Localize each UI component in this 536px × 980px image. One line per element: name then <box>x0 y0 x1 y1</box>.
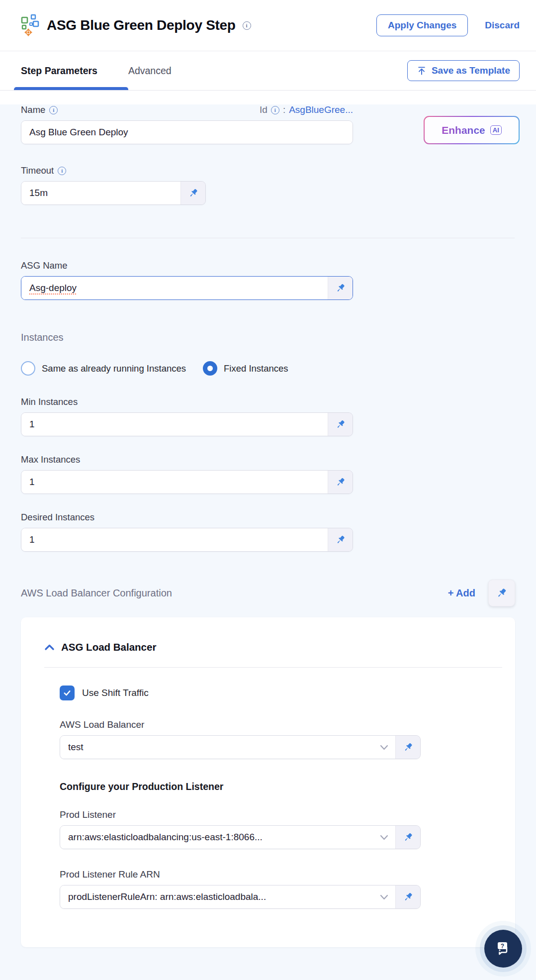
max-instances-input[interactable] <box>21 471 328 493</box>
prod-listener-label: Prod Listener <box>60 809 502 820</box>
discard-button[interactable]: Discard <box>485 20 520 31</box>
desired-instances-label: Desired Instances <box>21 512 536 523</box>
ai-badge: AI <box>490 125 502 135</box>
tab-bar: Step Parameters Advanced Save as Templat… <box>0 51 536 91</box>
tab-step-parameters[interactable]: Step Parameters <box>21 51 97 90</box>
timeout-label-group: Timeout i <box>21 165 536 176</box>
radio-same-as-running[interactable]: Same as already running Instances <box>21 361 186 376</box>
prod-listener-pin-button[interactable] <box>395 826 420 849</box>
step-config-header: ASG Blue Green Deploy Step i Apply Chang… <box>0 0 536 51</box>
step-parameters-panel: Enhance AI Name i Id i : AsgBlueGree... … <box>0 104 536 980</box>
id-info-icon[interactable]: i <box>271 106 279 114</box>
asg-blue-green-step-icon <box>21 14 40 37</box>
card-divider <box>44 667 502 668</box>
name-input[interactable] <box>21 121 353 144</box>
prod-listener-rule-select[interactable]: prodListenerRuleArn: arn:aws:elasticload… <box>60 885 395 908</box>
radio-fixed-instances[interactable]: Fixed Instances <box>203 361 288 376</box>
id-label: Id <box>260 104 268 115</box>
asg-load-balancer-collapse-toggle[interactable]: ASG Load Balancer <box>44 641 502 653</box>
min-instances-input[interactable] <box>21 413 328 436</box>
add-load-balancer-button[interactable]: + Add <box>448 588 475 599</box>
enhance-label: Enhance <box>442 124 485 136</box>
tab-advanced[interactable]: Advanced <box>128 51 172 90</box>
aws-load-balancer-pin-button[interactable] <box>395 736 420 759</box>
card-title: ASG Load Balancer <box>61 641 156 653</box>
radio-unselected-icon <box>21 361 35 376</box>
id-value[interactable]: AsgBlueGree... <box>289 104 353 115</box>
name-info-icon[interactable]: i <box>49 106 58 114</box>
chevron-up-icon <box>44 644 55 651</box>
apply-changes-button[interactable]: Apply Changes <box>376 14 468 36</box>
timeout-pin-button[interactable] <box>180 182 205 204</box>
aws-load-balancer-select[interactable]: test <box>60 736 395 759</box>
min-instances-pin-button[interactable] <box>328 413 353 436</box>
aws-load-balancer-label: AWS Load Balancer <box>60 719 502 730</box>
asg-name-input[interactable]: Asg-deploy <box>21 277 328 299</box>
chat-help-icon: ? <box>493 939 513 959</box>
asg-name-label: ASG Name <box>21 260 536 271</box>
min-instances-label: Min Instances <box>21 396 536 407</box>
desired-instances-input[interactable] <box>21 528 328 551</box>
svg-text:?: ? <box>501 943 504 950</box>
production-listener-heading: Configure your Production Listener <box>60 781 502 792</box>
name-label-group: Name i <box>21 104 58 115</box>
page-title: ASG Blue Green Deploy Step <box>47 17 236 33</box>
checkbox-checked-icon <box>60 686 75 700</box>
prod-listener-rule-label: Prod Listener Rule ARN <box>60 869 502 880</box>
lb-config-pin-button[interactable] <box>488 580 515 606</box>
asg-name-pin-button[interactable] <box>328 277 353 299</box>
prod-listener-select[interactable]: arn:aws:elasticloadbalancing:us-east-1:8… <box>60 826 395 849</box>
enhance-ai-button[interactable]: Enhance AI <box>424 116 520 144</box>
id-group: Id i : AsgBlueGree... <box>260 104 353 115</box>
id-separator: : <box>283 104 285 115</box>
max-instances-label: Max Instances <box>21 454 536 465</box>
chevron-down-icon <box>380 835 388 840</box>
instances-heading: Instances <box>21 332 536 343</box>
timeout-input[interactable] <box>21 182 180 204</box>
desired-instances-pin-button[interactable] <box>328 528 353 551</box>
title-info-icon[interactable]: i <box>243 21 251 30</box>
chevron-down-icon <box>380 745 388 750</box>
max-instances-pin-button[interactable] <box>328 471 353 493</box>
name-label: Name <box>21 104 45 115</box>
lb-config-heading: AWS Load Balancer Configuration <box>21 588 172 599</box>
radio-selected-icon <box>203 361 217 376</box>
section-divider <box>21 238 515 238</box>
prod-listener-rule-pin-button[interactable] <box>395 885 420 908</box>
timeout-label: Timeout <box>21 165 54 176</box>
asg-load-balancer-card: ASG Load Balancer Use Shift Traffic AWS … <box>21 617 515 947</box>
save-as-template-button[interactable]: Save as Template <box>407 60 520 81</box>
chevron-down-icon <box>380 894 388 900</box>
timeout-info-icon[interactable]: i <box>58 167 66 175</box>
save-as-template-label: Save as Template <box>432 65 510 76</box>
help-chat-button[interactable]: ? <box>484 930 522 968</box>
upload-icon <box>417 66 427 76</box>
use-shift-traffic-checkbox[interactable]: Use Shift Traffic <box>60 686 502 700</box>
